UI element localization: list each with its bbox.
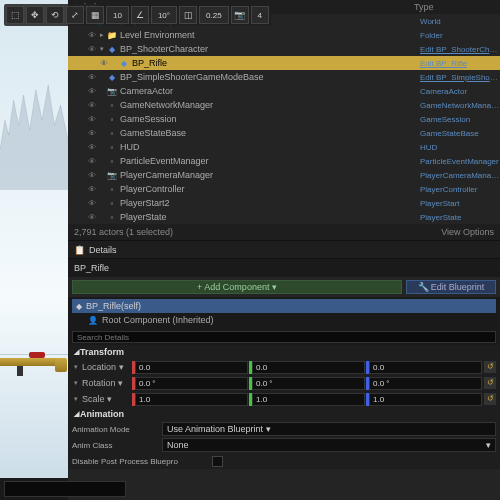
select-tool-icon[interactable]: ⬚: [6, 6, 24, 24]
node-label: PlayerState: [118, 212, 420, 222]
angle-size[interactable]: 10°: [151, 6, 177, 24]
tree-row[interactable]: 👁▫PlayerStart2PlayerStart: [68, 196, 500, 210]
location-y-input[interactable]: [252, 361, 365, 374]
tree-row[interactable]: 👁▫GameStateBaseGameStateBase: [68, 126, 500, 140]
tree-row[interactable]: 👁▸📁Level EnvironmentFolder: [68, 28, 500, 42]
cam-speed[interactable]: 4: [251, 6, 269, 24]
tree-row[interactable]: 👁📷CameraActorCameraActor: [68, 84, 500, 98]
component-tree[interactable]: ◆ BP_Rifle(self) 👤 Root Component (Inher…: [68, 297, 500, 329]
visibility-eye-icon[interactable]: 👁: [86, 199, 98, 208]
scale-size[interactable]: 0.25: [199, 6, 229, 24]
snap-angle-icon[interactable]: ∠: [131, 6, 149, 24]
cam-icon: 📷: [106, 171, 118, 180]
tree-row[interactable]: 👁📷PlayerCameraManagerPlayerCameraManager: [68, 168, 500, 182]
world-outliner: Label Type 👁▾🌐Map1 (In Editor)World👁▸📁Le…: [68, 0, 500, 241]
component-root[interactable]: ◆ BP_Rifle(self): [72, 299, 496, 313]
scale-label[interactable]: ▾Scale ▾: [72, 394, 132, 404]
rotation-y-input[interactable]: [252, 377, 365, 390]
scale-y-input[interactable]: [252, 393, 365, 406]
snap-scale-icon[interactable]: ◫: [179, 6, 197, 24]
details-panel: 📋 Details + Add Component ▾ 🔧Edit Bluepr…: [68, 241, 500, 500]
bp-icon: ◆: [106, 73, 118, 82]
disable-pp-label: Disable Post Process Bluepro: [72, 457, 212, 466]
camera-speed-icon[interactable]: 📷: [231, 6, 249, 24]
node-type: PlayerStart: [420, 199, 500, 208]
rotation-x-input[interactable]: [135, 377, 248, 390]
command-input[interactable]: [4, 481, 126, 497]
tree-row[interactable]: 👁◆BP_SimpleShooterGameModeBaseEdit BP_Si…: [68, 70, 500, 84]
tree-row[interactable]: 👁▫PlayerControllerPlayerController: [68, 182, 500, 196]
rifle-mesh[interactable]: [0, 358, 69, 380]
location-label[interactable]: ▾Location ▾: [72, 362, 132, 372]
node-label: PlayerController: [118, 184, 420, 194]
node-type[interactable]: Edit BP_ShooterChara: [420, 45, 500, 54]
edit-blueprint-button[interactable]: 🔧Edit Blueprint: [406, 280, 496, 294]
visibility-eye-icon[interactable]: 👁: [86, 143, 98, 152]
outliner-tree[interactable]: 👁▾🌐Map1 (In Editor)World👁▸📁Level Environ…: [68, 14, 500, 224]
add-component-button[interactable]: + Add Component ▾: [72, 280, 402, 294]
tree-row[interactable]: 👁▾◆BP_ShooterCharacterEdit BP_ShooterCha…: [68, 42, 500, 56]
animation-category[interactable]: ◢Animation: [68, 407, 500, 421]
folder-icon: 📁: [106, 31, 118, 40]
tree-row[interactable]: 👁▫HUDHUD: [68, 140, 500, 154]
tree-row[interactable]: 👁▫PlayerStatePlayerState: [68, 210, 500, 224]
actor-name-input[interactable]: [74, 263, 494, 273]
snap-grid-icon[interactable]: ▦: [86, 6, 104, 24]
visibility-eye-icon[interactable]: 👁: [86, 101, 98, 110]
expand-tri-icon[interactable]: ▾: [98, 45, 106, 53]
visibility-eye-icon[interactable]: 👁: [86, 45, 98, 54]
actor-count: 2,791 actors (1 selected): [74, 227, 173, 237]
node-label: GameSession: [118, 114, 420, 124]
node-label: GameNetworkManager: [118, 100, 420, 110]
anim-class-combo[interactable]: None▾: [162, 438, 496, 452]
anim-mode-combo[interactable]: Use Animation Blueprint ▾: [162, 422, 496, 436]
visibility-eye-icon[interactable]: 👁: [86, 115, 98, 124]
obj-icon: ▫: [106, 185, 118, 194]
obj-icon: ▫: [106, 101, 118, 110]
tree-row[interactable]: 👁▫GameNetworkManagerGameNetworkManager: [68, 98, 500, 112]
tree-row[interactable]: 👁▫ParticleEventManagerParticleEventManag…: [68, 154, 500, 168]
grid-size[interactable]: 10: [106, 6, 129, 24]
transform-category[interactable]: ◢Transform: [68, 345, 500, 359]
search-details-input[interactable]: [72, 331, 496, 343]
node-type: PlayerController: [420, 185, 500, 194]
visibility-eye-icon[interactable]: 👁: [86, 185, 98, 194]
tree-row[interactable]: 👁▫GameSessionGameSession: [68, 112, 500, 126]
node-type[interactable]: Edit BP_SimpleShooter: [420, 73, 500, 82]
visibility-eye-icon[interactable]: 👁: [86, 31, 98, 40]
visibility-eye-icon[interactable]: 👁: [86, 213, 98, 222]
scale-x-input[interactable]: [135, 393, 248, 406]
rotation-z-input[interactable]: [369, 377, 482, 390]
expand-tri-icon[interactable]: ▸: [98, 31, 106, 39]
visibility-eye-icon[interactable]: 👁: [86, 157, 98, 166]
visibility-eye-icon[interactable]: 👁: [86, 73, 98, 82]
details-tab[interactable]: 📋 Details: [68, 241, 500, 259]
disable-pp-checkbox[interactable]: [212, 456, 223, 467]
rotate-tool-icon[interactable]: ⟲: [46, 6, 64, 24]
location-z-input[interactable]: [369, 361, 482, 374]
viewport-3d[interactable]: ⬚ ✥ ⟲ ⤢ ▦ 10 ∠ 10° ◫ 0.25 📷 4: [0, 0, 68, 500]
visibility-eye-icon[interactable]: 👁: [86, 171, 98, 180]
anim-mode-label: Animation Mode: [72, 425, 162, 434]
reset-scale-button[interactable]: ↺: [484, 393, 496, 405]
obj-icon: ▫: [106, 213, 118, 222]
visibility-eye-icon[interactable]: 👁: [86, 87, 98, 96]
bp-icon: ◆: [106, 45, 118, 54]
rotation-label[interactable]: ▾Rotation ▾: [72, 378, 132, 388]
tree-row[interactable]: 👁◆BP_RifleEdit BP_Rifle: [68, 56, 500, 70]
reset-rotation-button[interactable]: ↺: [484, 377, 496, 389]
translate-tool-icon[interactable]: ✥: [26, 6, 44, 24]
component-child[interactable]: 👤 Root Component (Inherited): [72, 313, 496, 327]
node-label: HUD: [118, 142, 420, 152]
scale-z-input[interactable]: [369, 393, 482, 406]
location-x-input[interactable]: [135, 361, 248, 374]
scale-tool-icon[interactable]: ⤢: [66, 6, 84, 24]
node-type: HUD: [420, 143, 500, 152]
node-type[interactable]: Edit BP_Rifle: [420, 59, 500, 68]
obj-icon: ▫: [106, 115, 118, 124]
visibility-eye-icon[interactable]: 👁: [86, 129, 98, 138]
visibility-eye-icon[interactable]: 👁: [98, 59, 110, 68]
reset-location-button[interactable]: ↺: [484, 361, 496, 373]
view-options-button[interactable]: View Options: [441, 227, 494, 237]
node-label: BP_ShooterCharacter: [118, 44, 420, 54]
